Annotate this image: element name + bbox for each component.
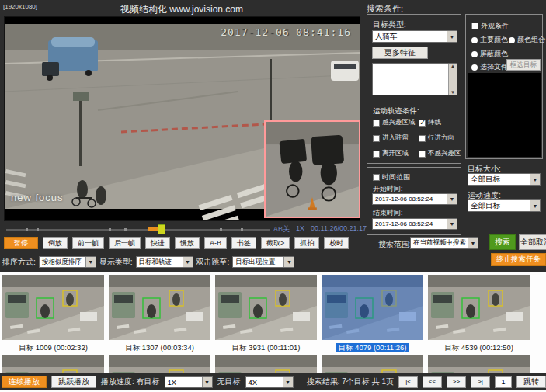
result-thumbnail[interactable]	[428, 275, 530, 340]
dropdown-arrow-icon: ▼	[447, 219, 457, 229]
next-frame-button[interactable]: 后一帧	[109, 237, 141, 249]
target-type-select[interactable]: 人骑车 ▼	[372, 30, 457, 43]
dropdown-arrow-icon: ▼	[283, 377, 293, 387]
mask-color-radio[interactable]	[471, 51, 478, 57]
sort-mode-select[interactable]: 按相似度排序 ▼	[39, 256, 96, 268]
cancel-all-button[interactable]: 全部取消	[519, 234, 546, 250]
appearance-checkbox[interactable]	[471, 23, 478, 29]
video-player[interactable]: 2017-12-06 08:41:16 new focus	[4, 16, 360, 221]
page-number-input[interactable]	[495, 376, 512, 388]
dblclick-jump-label: 双击跳至:	[196, 257, 230, 268]
thumbnail-image	[2, 355, 104, 373]
bookmark-button[interactable]: 书签	[231, 237, 256, 249]
enter-dwell-checkbox[interactable]	[373, 135, 380, 142]
thumbnail-image	[322, 355, 423, 373]
result-thumbnail[interactable]	[2, 275, 104, 340]
pause-button[interactable]: 暂停	[4, 237, 38, 249]
dropdown-arrow-icon: ▼	[183, 257, 193, 267]
page-jump-button[interactable]: 跳转	[516, 376, 546, 388]
time-sync-button[interactable]: 校时	[324, 237, 349, 249]
target-size-select[interactable]: 全部目标 ▼	[468, 173, 541, 186]
transport-controls: 暂停 倒放 前一帧 后一帧 快进 慢放 A-B 书签 截取> 抓拍 校时	[4, 237, 349, 249]
prev-page-button[interactable]: <<	[423, 376, 442, 388]
stop-search-button[interactable]: 终止搜索任务	[491, 253, 546, 266]
motion-speed-select[interactable]: 全部目标 ▼	[468, 199, 541, 212]
slow-play-button[interactable]: 慢放	[175, 237, 200, 249]
timeline-playhead[interactable]	[158, 224, 165, 234]
no-target-speed-select[interactable]: 4X ▼	[245, 376, 294, 388]
thumbnail-image	[2, 275, 104, 340]
search-button[interactable]: 搜索	[489, 234, 516, 250]
result-thumbnail-partial[interactable]	[322, 355, 423, 373]
time-range-checkbox[interactable]	[373, 174, 380, 181]
timeline-marker	[220, 228, 222, 231]
feature-listbox[interactable]: ▲ ▼	[372, 63, 457, 95]
skip-play-button[interactable]: 跳跃播放	[51, 376, 96, 388]
start-time-select[interactable]: 2017-12-06 08:52:24 ▼	[372, 193, 457, 205]
fast-forward-button[interactable]: 快进	[145, 237, 170, 249]
timeline-marker	[37, 228, 39, 231]
result-thumbnail[interactable]	[109, 275, 210, 340]
leave-area-checkbox[interactable]	[373, 151, 380, 158]
direction-checkbox[interactable]	[419, 135, 426, 142]
play-position-status: 00:11:26/00:21:17	[311, 224, 367, 234]
app-title: 视频结构化 www.jovision.com	[0, 3, 363, 16]
timeline-highlight-segment	[148, 227, 158, 231]
search-results-summary: 搜索结果: 7个目标 共 1页	[307, 376, 394, 387]
color-combo-radio[interactable]	[509, 37, 515, 43]
dblclick-jump-select[interactable]: 目标出现位置 ▼	[232, 256, 294, 268]
main-color-radio[interactable]	[471, 37, 478, 43]
scroll-up-icon[interactable]: ▲	[450, 64, 455, 68]
snapshot-button[interactable]: 抓拍	[294, 237, 319, 249]
listbox-scrollbar[interactable]: ▲ ▼	[448, 64, 457, 95]
dropdown-arrow-icon: ▼	[447, 194, 457, 204]
display-type-label: 显示类型:	[99, 257, 133, 268]
scroll-down-icon[interactable]: ▼	[450, 90, 455, 95]
view-options-row: 排序方式: 按相似度排序 ▼ 显示类型: 目标和轨迹 ▼ 双击跳至: 目标出现位…	[2, 256, 294, 268]
result-thumbnail-partial[interactable]	[109, 355, 210, 373]
search-scope-label: 搜索范围:	[378, 239, 412, 250]
clip-capture-button[interactable]: 截取>	[261, 237, 290, 249]
continuous-play-button[interactable]: 连续播放	[2, 376, 47, 388]
result-caption: 目标 1009 (00:02:32)	[2, 342, 104, 352]
dropdown-arrow-icon: ▼	[202, 377, 212, 387]
result-thumbnail[interactable]	[215, 275, 317, 340]
reverse-play-button[interactable]: 倒放	[43, 237, 68, 249]
result-caption: 目标 1307 (00:03:34)	[109, 342, 210, 352]
next-page-button[interactable]: >>	[447, 376, 466, 388]
non-roi-checkbox[interactable]	[419, 151, 426, 158]
result-thumbnail-selected[interactable]	[322, 275, 423, 340]
trajectory-group: 运动轨迹条件: 感兴趣区域 绊线 进入驻留 行进方向 离开区域	[367, 102, 461, 164]
more-features-button[interactable]: 更多特征	[372, 47, 428, 59]
first-page-button[interactable]: |<	[398, 376, 418, 388]
play-speed-label: 播放速度: 有目标	[101, 376, 160, 387]
ab-loop-button[interactable]: A-B	[204, 237, 227, 249]
result-thumbnail-partial[interactable]	[428, 355, 530, 373]
dropdown-arrow-icon: ▼	[283, 257, 294, 267]
search-scope-select[interactable]: 在当前视频中搜索 ▼	[410, 237, 478, 249]
video-osd-timestamp: 2017-12-06 08:41:16	[221, 26, 351, 38]
play-speed-status: 1X	[296, 224, 304, 234]
dropdown-arrow-icon: ▼	[530, 174, 540, 185]
roi-checkbox[interactable]	[373, 120, 380, 127]
dropdown-arrow-icon: ▼	[85, 257, 96, 267]
pick-target-button[interactable]: 框选目标	[506, 59, 541, 71]
no-target-label: 无目标	[217, 376, 241, 387]
target-speed-select[interactable]: 1X ▼	[165, 376, 213, 388]
result-thumbnail-partial[interactable]	[2, 355, 104, 373]
zoom-inset-window[interactable]	[264, 120, 360, 218]
trajectory-label: 运动轨迹条件:	[373, 106, 419, 116]
prev-frame-button[interactable]: 前一帧	[72, 237, 104, 249]
display-type-select[interactable]: 目标和轨迹 ▼	[136, 256, 193, 268]
end-time-select[interactable]: 2017-12-06 08:52:24 ▼	[372, 218, 457, 230]
timeline-marker	[241, 228, 243, 231]
time-range-group: 时间范围 开始时间: 2017-12-06 08:52:24 ▼ 结束时间: 2…	[367, 167, 461, 235]
select-file-radio[interactable]	[471, 64, 478, 71]
timeline-track[interactable]	[6, 229, 270, 231]
thumbnail-image	[428, 355, 530, 373]
color-combo-label: 颜色组合	[517, 35, 545, 45]
result-thumbnail-partial[interactable]	[215, 355, 317, 373]
tripwire-checkbox[interactable]	[419, 120, 426, 127]
select-file-label: 选择文件	[480, 62, 508, 72]
last-page-button[interactable]: >|	[471, 376, 490, 388]
